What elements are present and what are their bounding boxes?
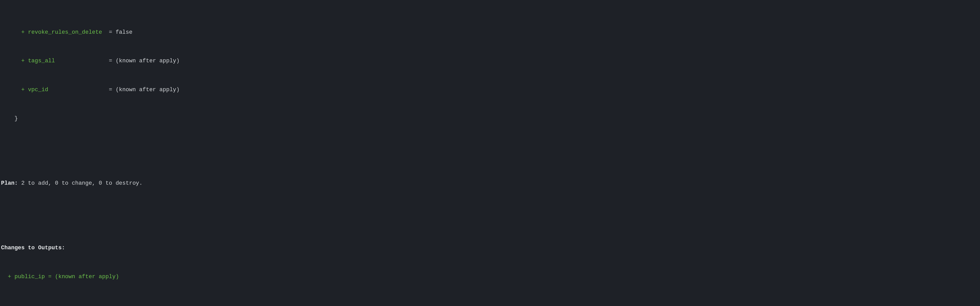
attr-value: false — [116, 29, 132, 35]
plan-attr-line: + tags_all = (known after apply) — [1, 57, 979, 65]
plan-attr-line: + vpc_id = (known after apply) — [1, 86, 979, 94]
attr-value: (known after apply) — [116, 58, 180, 64]
changes-to-outputs-label: Changes to Outputs: — [1, 244, 979, 252]
plan-summary: Plan: 2 to add, 0 to change, 0 to destro… — [1, 180, 979, 187]
block-close: } — [1, 115, 979, 122]
attr-name: vpc_id — [28, 87, 48, 93]
output-plan-line: + public_ip = (known after apply) — [1, 273, 979, 280]
terminal-output[interactable]: + revoke_rules_on_delete = false + tags_… — [0, 0, 980, 306]
attr-value: (known after apply) — [116, 87, 180, 93]
attr-name: tags_all — [28, 58, 55, 64]
plus-icon: + — [21, 29, 24, 35]
blank-line — [1, 209, 979, 216]
plus-icon: + — [8, 274, 11, 280]
plus-icon: + — [21, 87, 24, 93]
attr-name: revoke_rules_on_delete — [28, 29, 102, 35]
blank-line — [1, 144, 979, 151]
plan-label: Plan: — [1, 180, 18, 186]
plan-attr-line: + revoke_rules_on_delete = false — [1, 29, 979, 36]
plus-icon: + — [21, 58, 24, 64]
